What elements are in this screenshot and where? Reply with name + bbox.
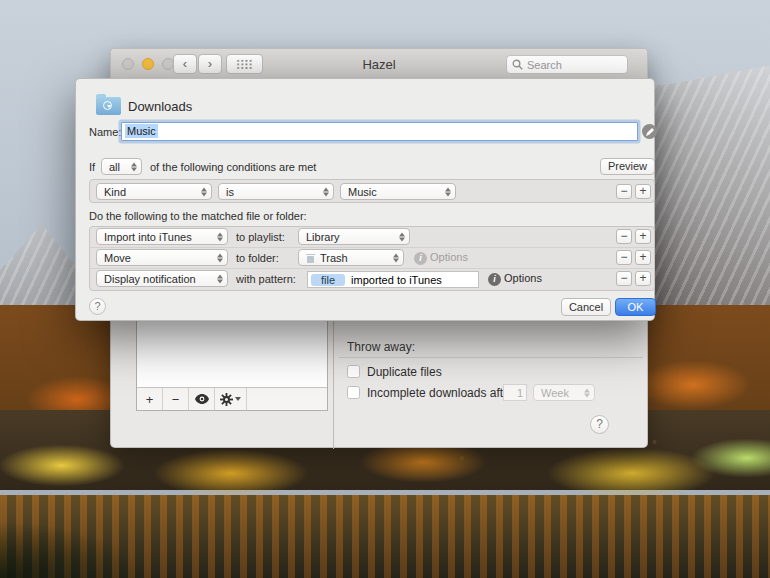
preview-label: Preview [608, 160, 647, 172]
add-action-button[interactable]: + [635, 229, 651, 244]
action-popup-import[interactable]: Import into iTunes [96, 228, 228, 245]
ok-button[interactable]: OK [615, 298, 656, 316]
incomplete-downloads-label: Incomplete downloads after [367, 386, 514, 400]
stepper-icon [217, 274, 223, 283]
gear-icon [220, 393, 233, 406]
minus-icon: − [620, 250, 627, 264]
condition-attribute-value: Kind [104, 186, 126, 198]
rule-name-field[interactable]: Music [121, 122, 638, 141]
action-row-import: Import into iTunes to playlist: Library … [90, 227, 654, 248]
with-pattern-label: with pattern: [236, 273, 296, 285]
add-folder-button[interactable]: + [137, 388, 163, 410]
wallpaper-lake [0, 495, 770, 578]
plus-icon: + [639, 271, 646, 285]
pencil-icon [646, 128, 654, 136]
search-input[interactable] [527, 59, 617, 71]
remove-action-button[interactable]: − [616, 229, 632, 244]
condition-operator-value: is [226, 186, 234, 198]
question-icon: ? [94, 300, 100, 312]
action-popup-notification[interactable]: Display notification [96, 270, 228, 287]
condition-value: Music [348, 186, 377, 198]
add-condition-button[interactable]: + [635, 184, 651, 199]
notification-options-button[interactable]: i Options [488, 272, 542, 286]
name-label: Name: [89, 126, 121, 138]
cancel-label: Cancel [569, 301, 603, 313]
duplicate-files-checkbox[interactable] [347, 365, 360, 378]
wallpaper-dark-corner [0, 500, 220, 578]
preview-eye-button[interactable] [189, 388, 215, 410]
file-token[interactable]: file [311, 274, 345, 286]
pattern-field[interactable]: file imported to iTunes [307, 271, 479, 288]
stepper-icon [201, 187, 207, 196]
match-mode-popup[interactable]: all [101, 158, 142, 175]
condition-operator-popup[interactable]: is [218, 183, 334, 200]
cancel-button[interactable]: Cancel [561, 298, 611, 316]
conditions-box: Kind is Music − + [89, 179, 655, 203]
add-action-button[interactable]: + [635, 271, 651, 286]
remove-folder-button[interactable]: − [163, 388, 189, 410]
conditions-met-label: of the following conditions are met [150, 161, 316, 173]
stepper-icon [584, 388, 590, 397]
remove-condition-button[interactable]: − [616, 184, 632, 199]
dialog-folder-title: Downloads [128, 99, 192, 114]
stepper-icon [445, 187, 451, 196]
action-notification-value: Display notification [104, 273, 196, 285]
if-label: If [89, 161, 95, 173]
plus-icon: + [639, 229, 646, 243]
incomplete-duration-field[interactable] [503, 384, 527, 401]
incomplete-downloads-checkbox[interactable] [347, 386, 360, 399]
condition-value-popup[interactable]: Music [340, 183, 456, 200]
to-playlist-label: to playlist: [236, 231, 285, 243]
stepper-icon [323, 187, 329, 196]
help-button[interactable]: ? [590, 415, 609, 434]
actions-gear-button[interactable] [215, 388, 247, 410]
do-following-label: Do the following to the matched file or … [89, 210, 307, 222]
info-icon: i [488, 273, 501, 286]
condition-attribute-popup[interactable]: Kind [96, 183, 212, 200]
throw-away-heading: Throw away: [347, 340, 415, 354]
remove-action-button[interactable]: − [616, 271, 632, 286]
ok-label: OK [628, 301, 644, 313]
rule-editor-dialog: Downloads Name: Music If all of the foll… [75, 78, 655, 321]
plus-icon: + [146, 389, 154, 410]
search-field[interactable] [506, 55, 628, 74]
minus-icon: − [620, 184, 627, 198]
to-folder-label: to folder: [236, 252, 279, 264]
rule-name-value: Music [125, 124, 158, 138]
remove-action-button[interactable]: − [616, 250, 632, 265]
downloads-folder-icon [96, 97, 121, 115]
dialog-help-button[interactable]: ? [89, 298, 106, 315]
plus-icon: + [639, 184, 646, 198]
search-icon [512, 59, 523, 70]
action-popup-move[interactable]: Move [96, 249, 228, 266]
folder-popup[interactable]: Trash [298, 249, 404, 266]
actions-box: Import into iTunes to playlist: Library … [89, 226, 655, 291]
stepper-icon [217, 232, 223, 241]
preview-button[interactable]: Preview [600, 158, 655, 175]
pattern-text: imported to iTunes [351, 274, 442, 286]
notification-options-label: Options [504, 272, 542, 284]
minus-icon: − [172, 389, 180, 410]
folder-value: Trash [320, 252, 348, 264]
chevron-down-icon [235, 397, 241, 401]
edit-token-button[interactable] [642, 124, 657, 139]
minus-icon: − [620, 271, 627, 285]
match-mode-value: all [109, 161, 120, 173]
incomplete-unit-popup[interactable]: Week [533, 384, 595, 401]
trash-icon [306, 253, 315, 263]
action-row-move: Move to folder: Trash i Options − + [90, 248, 654, 269]
playlist-popup[interactable]: Library [298, 228, 410, 245]
list-toolbar: + − [137, 387, 327, 410]
action-row-notification: Display notification with pattern: file … [90, 269, 654, 290]
add-action-button[interactable]: + [635, 250, 651, 265]
move-options-button[interactable]: i Options [414, 251, 468, 265]
download-arrow-icon [107, 105, 111, 108]
incomplete-unit-label: Week [541, 387, 569, 399]
action-move-value: Move [104, 252, 131, 264]
titlebar[interactable]: ‹ › Hazel [111, 49, 647, 79]
stepper-icon [131, 162, 137, 171]
info-icon: i [414, 252, 427, 265]
move-options-label: Options [430, 251, 468, 263]
question-icon: ? [596, 417, 603, 431]
duplicate-files-label: Duplicate files [367, 365, 442, 379]
